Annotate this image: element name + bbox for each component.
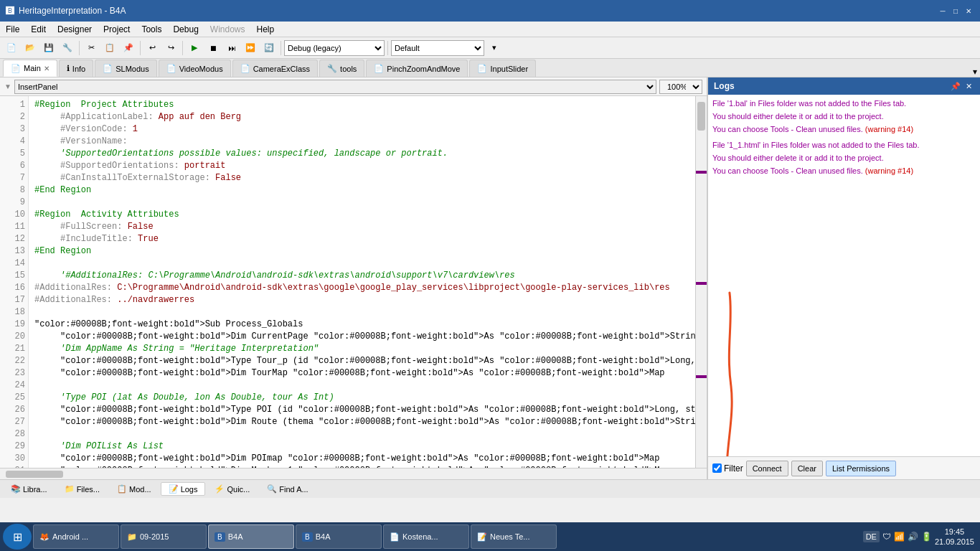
menu-help[interactable]: Help xyxy=(251,23,281,36)
zoom-select[interactable]: 100% 75% 150% xyxy=(659,80,702,94)
logs-panel: Logs 📌 ✕ File '1.bal' in Files folder wa… xyxy=(707,77,980,479)
bottom-tab-find[interactable]: 🔍 Find A... xyxy=(259,482,316,496)
bottom-tab-files-label: Files... xyxy=(77,485,100,494)
tab-slmodus[interactable]: 📄 SLModus xyxy=(95,60,156,77)
scrollbar-v[interactable] xyxy=(695,96,707,468)
code-line: "color:#00008B;font-weight:bold">Dim POI… xyxy=(34,453,707,465)
close-button[interactable]: ✕ xyxy=(963,5,974,17)
tab-videomodus[interactable]: 📄 VideoModus xyxy=(159,60,231,77)
bottom-tab-quic[interactable]: ⚡ Quic... xyxy=(207,482,258,496)
debug-mode-select[interactable]: Debug (legacy) Release Debug xyxy=(284,40,385,56)
log-msg-5: You should either delete it or add it to… xyxy=(712,152,976,164)
tab-tools[interactable]: 🔧 tools xyxy=(319,60,364,77)
menu-file[interactable]: File xyxy=(0,23,25,36)
taskbar-firefox[interactable]: 🦊 Android ... xyxy=(33,524,119,549)
menu-debug[interactable]: Debug xyxy=(167,23,204,36)
code-line: #CanInstallToExternalStorage: False xyxy=(34,172,707,184)
antivirus-icon: 🛡 xyxy=(882,532,891,542)
bottom-tab-quic-icon: ⚡ xyxy=(215,484,225,494)
filter-check-input[interactable] xyxy=(712,463,722,473)
log-msg-6: You can choose Tools - Clean unused file… xyxy=(712,165,976,176)
code-line: #FullScreen: False xyxy=(34,221,707,233)
tab-pinchzoom-icon: 📄 xyxy=(374,64,384,73)
tabs-more-btn[interactable]: ▾ xyxy=(970,67,980,77)
clear-button[interactable]: Clear xyxy=(791,461,823,476)
menu-project[interactable]: Project xyxy=(98,23,136,36)
toolbar-refresh-btn[interactable]: 🔄 xyxy=(260,39,278,57)
bottom-tab-mod[interactable]: 📋 Mod... xyxy=(109,482,159,496)
taskbar-neues-icon: 📝 xyxy=(477,532,487,542)
taskbar-b4a-1-label: B4A xyxy=(228,532,243,541)
toolbar-step-btn[interactable]: ⏭ xyxy=(223,39,240,57)
taskbar-b4a-1[interactable]: B B4A xyxy=(208,524,294,549)
tab-main[interactable]: 📄 Main ✕ xyxy=(3,60,57,77)
bottom-tab-mod-icon: 📋 xyxy=(117,484,127,494)
code-line: #End Region xyxy=(34,184,707,197)
menu-tools[interactable]: Tools xyxy=(136,23,167,36)
hscroll-thumb[interactable] xyxy=(6,471,63,478)
code-toolbar: ▼ InsertPanel 100% 75% 150% xyxy=(0,77,707,96)
code-line xyxy=(34,258,707,270)
toolbar-run-btn[interactable]: ▶ xyxy=(186,39,203,57)
toolbar-new-btn[interactable]: 📄 xyxy=(3,39,20,57)
tab-main-icon: 📄 xyxy=(11,64,21,73)
logs-pin-button[interactable]: 📌 xyxy=(950,80,961,92)
scrollbar-h[interactable] xyxy=(0,468,707,479)
code-line: "color:#00008B;font-weight:bold">Type To… xyxy=(34,355,707,367)
menu-edit[interactable]: Edit xyxy=(25,23,52,36)
toolbar-build-btn[interactable]: 🔧 xyxy=(59,39,76,57)
tab-info[interactable]: ℹ Info xyxy=(59,60,93,77)
system-clock[interactable]: 19:45 21.09.2015 xyxy=(935,527,974,547)
toolbar-undo-btn[interactable]: ↩ xyxy=(143,39,161,57)
tab-main-close[interactable]: ✕ xyxy=(44,65,50,72)
language-button[interactable]: DE xyxy=(863,531,880,542)
code-lines[interactable]: #Region Project Attributes #ApplicationL… xyxy=(29,96,707,468)
filter-checkbox[interactable]: Filter xyxy=(712,463,743,474)
bottom-tab-logs[interactable]: 📝 Logs xyxy=(161,482,206,496)
taskbar-neues[interactable]: 📝 Neues Te... xyxy=(471,524,557,549)
tab-pinchzoom[interactable]: 📄 PinchZoomAndMove xyxy=(366,60,468,77)
logs-title: Logs xyxy=(714,81,735,91)
toolbar-redo-btn[interactable]: ↪ xyxy=(162,39,179,57)
device-select[interactable]: Default xyxy=(391,40,484,56)
app-icon: 🅱 xyxy=(6,6,14,16)
toolbar-paste-btn[interactable]: 📌 xyxy=(120,39,137,57)
taskbar-kosten[interactable]: 📄 Kostena... xyxy=(383,524,469,549)
tab-videomodus-icon: 📄 xyxy=(166,64,176,73)
toolbar-copy-btn[interactable]: 📋 xyxy=(101,39,118,57)
tab-cameraexclass[interactable]: 📄 CameraExClass xyxy=(232,60,318,77)
connect-button[interactable]: Connect xyxy=(746,461,788,476)
bottom-tab-files[interactable]: 📁 Files... xyxy=(57,482,108,496)
menu-designer[interactable]: Designer xyxy=(52,23,98,36)
tab-inputslider[interactable]: 📄 InputSlider xyxy=(469,60,536,77)
logs-close-button[interactable]: ✕ xyxy=(963,80,974,92)
toolbar-continue-btn[interactable]: ⏩ xyxy=(242,39,259,57)
toolbar-save-btn[interactable]: 💾 xyxy=(40,39,57,57)
tab-inputslider-icon: 📄 xyxy=(477,64,487,73)
bottom-tab-files-icon: 📁 xyxy=(65,484,75,494)
list-permissions-button[interactable]: List Permissions xyxy=(826,461,896,476)
code-line: "color:#00008B;font-weight:bold">Dim Rou… xyxy=(34,416,707,428)
taskbar-folder[interactable]: 📁 09-2015 xyxy=(121,524,207,549)
title-bar-left: 🅱 HeritageInterpretation - B4A xyxy=(6,6,126,16)
bottom-tab-libra[interactable]: 📚 Libra... xyxy=(3,482,55,496)
code-line: "color:#00008B;font-weight:bold">Type PO… xyxy=(34,404,707,416)
module-select[interactable]: InsertPanel xyxy=(14,80,656,94)
toolbar-open-btn[interactable]: 📂 xyxy=(22,39,39,57)
taskbar-b4a-2[interactable]: B B4A xyxy=(296,524,382,549)
toolbar-stop-btn[interactable]: ⏹ xyxy=(204,39,222,57)
code-line: #Region Project Attributes xyxy=(34,99,707,111)
menu-windows[interactable]: Windows xyxy=(204,23,251,36)
tab-tools-icon: 🔧 xyxy=(327,64,337,73)
log-msg-1: File '1.bal' in Files folder was not add… xyxy=(712,98,976,109)
toolbar-cut-btn[interactable]: ✂ xyxy=(83,39,100,57)
tab-videomodus-label: VideoModus xyxy=(179,65,223,73)
device-options-btn[interactable]: ▾ xyxy=(486,39,503,57)
scroll-thumb[interactable] xyxy=(697,102,705,131)
code-line: 'Dim POIList As List xyxy=(34,441,707,453)
maximize-button[interactable]: □ xyxy=(950,5,961,17)
minimize-button[interactable]: ─ xyxy=(937,5,948,17)
line-numbers: 1234567891011121314151617181920212223242… xyxy=(0,96,29,468)
start-button[interactable]: ⊞ xyxy=(3,524,32,550)
bottom-tab-mod-label: Mod... xyxy=(129,485,151,494)
